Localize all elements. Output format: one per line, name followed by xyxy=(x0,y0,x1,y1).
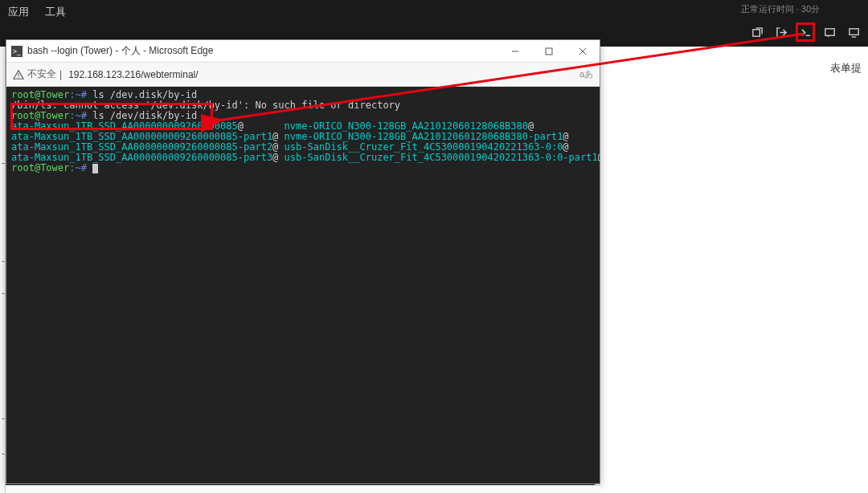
feedback-icon[interactable] xyxy=(820,22,839,42)
terminal-icon[interactable] xyxy=(796,22,815,42)
url-input[interactable] xyxy=(68,69,573,80)
watermark-text: 什么值得买 xyxy=(802,469,858,483)
address-bar: 不安全 | aあ xyxy=(6,63,600,87)
svg-rect-1 xyxy=(825,28,833,35)
logout-icon[interactable] xyxy=(772,22,791,42)
svg-point-8 xyxy=(18,76,18,77)
edge-browser-window: >_ bash --login (Tower) - 个人 - Microsoft… xyxy=(6,39,600,484)
terminal-output[interactable]: root@Tower:~# ls /dev.disk/by-id /bin/ls… xyxy=(6,87,600,483)
window-titlebar[interactable]: >_ bash --login (Tower) - 个人 - Microsoft… xyxy=(6,40,600,63)
svg-rect-0 xyxy=(752,29,759,35)
minimize-button[interactable] xyxy=(498,40,532,63)
watermark-logo-icon: 值 xyxy=(780,467,797,485)
left-gutter: - - - - - xyxy=(0,47,6,493)
svg-rect-2 xyxy=(849,28,858,35)
terminal-favicon-icon: >_ xyxy=(11,46,23,57)
maximize-button[interactable] xyxy=(532,40,566,63)
insecure-label: 不安全 xyxy=(27,67,56,81)
file-row-3: ata-Maxsun_1TB_SSD_AA000000009260000085-… xyxy=(11,153,595,163)
uptime-status: 正常运行时间 · 30分 xyxy=(741,3,820,15)
popout-icon[interactable] xyxy=(747,22,767,42)
menu-item-apps[interactable]: 应用 xyxy=(8,5,29,19)
right-panel: 表单提 xyxy=(595,47,868,493)
right-panel-label: 表单提 xyxy=(830,61,862,75)
translate-icon[interactable]: aあ xyxy=(579,68,593,80)
header-icon-row xyxy=(747,22,863,42)
window-title: bash --login (Tower) - 个人 - Microsoft Ed… xyxy=(27,44,213,58)
menu-item-tools[interactable]: 工具 xyxy=(45,5,66,19)
cursor-icon xyxy=(92,164,98,173)
bottom-status-strip xyxy=(6,485,600,493)
top-menu-bar: 应用 工具 xyxy=(0,0,868,24)
monitor-icon[interactable] xyxy=(844,22,863,42)
warning-triangle-icon xyxy=(13,69,24,80)
watermark: 值 什么值得买 xyxy=(780,467,858,485)
prompt-line-3: root@Tower:~# xyxy=(11,163,595,173)
close-button[interactable] xyxy=(566,40,600,63)
security-warning[interactable]: 不安全 | xyxy=(13,67,62,81)
svg-rect-4 xyxy=(546,48,552,55)
